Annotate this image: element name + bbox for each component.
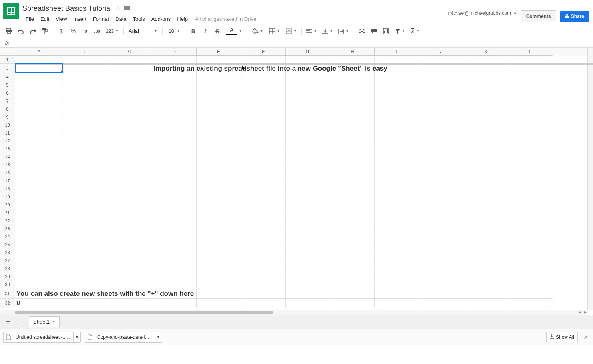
cell[interactable] — [286, 81, 330, 89]
cell[interactable]: You can also create new sheets with the … — [15, 289, 63, 299]
row-header-11[interactable]: 11 — [0, 129, 15, 137]
cell[interactable] — [419, 201, 464, 209]
cell[interactable] — [107, 64, 152, 73]
menu-addons[interactable]: Add-ons — [148, 15, 174, 23]
cell[interactable] — [330, 241, 375, 249]
cell[interactable] — [286, 201, 330, 209]
cell[interactable] — [375, 129, 419, 137]
cell[interactable] — [419, 225, 464, 233]
cell[interactable] — [330, 249, 375, 257]
cell[interactable] — [197, 249, 241, 257]
cell[interactable] — [241, 225, 286, 233]
cell[interactable] — [15, 81, 63, 89]
cell[interactable] — [107, 273, 152, 281]
cell[interactable] — [419, 233, 464, 241]
cell[interactable] — [63, 129, 107, 137]
cell[interactable] — [508, 281, 553, 289]
sheets-logo[interactable] — [3, 3, 19, 19]
cell[interactable] — [330, 201, 375, 209]
cell[interactable] — [241, 265, 286, 273]
cell[interactable] — [241, 113, 286, 121]
cell[interactable] — [197, 56, 241, 64]
cell[interactable] — [286, 281, 330, 289]
cell[interactable] — [464, 289, 508, 299]
cell[interactable] — [241, 217, 286, 225]
cell[interactable] — [197, 225, 241, 233]
row-header-3[interactable]: 3 — [0, 64, 15, 73]
cell[interactable] — [375, 89, 419, 97]
cell[interactable] — [152, 257, 197, 265]
cell[interactable] — [241, 129, 286, 137]
cell[interactable] — [464, 233, 508, 241]
cell[interactable] — [107, 209, 152, 217]
cell[interactable] — [15, 209, 63, 217]
cell[interactable] — [241, 233, 286, 241]
add-sheet-button[interactable]: + — [3, 317, 13, 327]
cell[interactable] — [241, 257, 286, 265]
cell[interactable] — [241, 209, 286, 217]
format-123-button[interactable]: 123▼ — [103, 26, 121, 37]
cell[interactable] — [286, 97, 330, 105]
cell[interactable] — [375, 121, 419, 129]
cell[interactable] — [375, 193, 419, 201]
cell[interactable] — [63, 193, 107, 201]
cell[interactable] — [419, 209, 464, 217]
cell[interactable] — [107, 241, 152, 249]
cell[interactable] — [241, 289, 286, 299]
cell[interactable] — [375, 217, 419, 225]
cell[interactable] — [419, 299, 464, 308]
cell[interactable] — [63, 241, 107, 249]
cell[interactable] — [286, 273, 330, 281]
cell[interactable] — [15, 225, 63, 233]
row-header-20[interactable]: 20 — [0, 201, 15, 209]
sheet-tab-dropdown-icon[interactable]: ▼ — [52, 320, 55, 324]
cell[interactable] — [464, 97, 508, 105]
comments-button[interactable]: Comments — [521, 10, 556, 22]
cell[interactable] — [63, 169, 107, 177]
cell[interactable] — [464, 121, 508, 129]
cell[interactable] — [15, 121, 63, 129]
cell[interactable] — [63, 145, 107, 153]
cell[interactable] — [152, 145, 197, 153]
cell[interactable] — [375, 145, 419, 153]
cell[interactable] — [330, 113, 375, 121]
cell[interactable] — [197, 217, 241, 225]
horizontal-scrollbar[interactable] — [0, 310, 587, 315]
cell[interactable] — [286, 265, 330, 273]
menu-data[interactable]: Data — [112, 15, 129, 23]
cell[interactable] — [419, 145, 464, 153]
cell[interactable] — [241, 153, 286, 161]
cell[interactable] — [464, 265, 508, 273]
row-header-16[interactable]: 16 — [0, 169, 15, 177]
cell[interactable] — [286, 129, 330, 137]
cell[interactable] — [152, 265, 197, 273]
close-downloads-icon[interactable]: ✕ — [582, 334, 590, 340]
cell[interactable] — [508, 201, 553, 209]
cell[interactable] — [15, 249, 63, 257]
cell[interactable] — [197, 273, 241, 281]
cell[interactable] — [419, 137, 464, 145]
cell[interactable] — [241, 193, 286, 201]
cell[interactable] — [375, 177, 419, 185]
cell[interactable] — [63, 64, 107, 73]
cell[interactable] — [375, 161, 419, 169]
row-header-27[interactable]: 27 — [0, 257, 15, 265]
paint-format-icon[interactable] — [39, 26, 50, 37]
row-header-32[interactable]: 32 — [0, 299, 15, 308]
cell[interactable] — [15, 89, 63, 97]
cell[interactable] — [241, 97, 286, 105]
cell[interactable] — [107, 129, 152, 137]
all-sheets-icon[interactable] — [16, 317, 26, 327]
cell[interactable] — [464, 161, 508, 169]
cell[interactable] — [286, 121, 330, 129]
row-header-31[interactable]: 31 — [0, 289, 15, 299]
cell[interactable] — [419, 257, 464, 265]
cell[interactable] — [330, 177, 375, 185]
cell[interactable] — [464, 225, 508, 233]
cell[interactable] — [375, 73, 419, 81]
cell[interactable] — [330, 137, 375, 145]
cell[interactable] — [330, 185, 375, 193]
cell[interactable] — [330, 257, 375, 265]
cell[interactable] — [63, 161, 107, 169]
cell[interactable] — [464, 169, 508, 177]
